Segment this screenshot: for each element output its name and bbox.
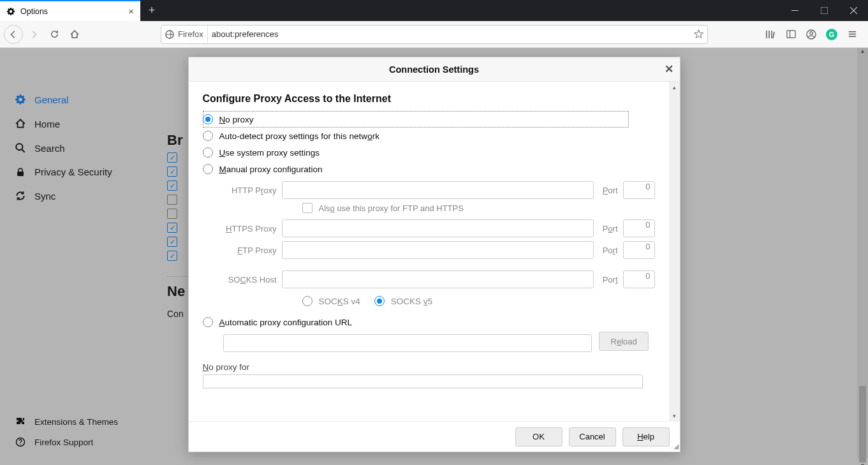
app-menu-button[interactable] (842, 25, 862, 44)
also-use-proxy-checkbox[interactable]: Also use this proxy for FTP and HTTPS (302, 203, 655, 213)
toolbar-right: G (761, 25, 864, 44)
home-button[interactable] (65, 25, 84, 44)
firefox-logo-icon (165, 30, 174, 39)
radio-icon (203, 114, 213, 124)
url-text: about:preferences (212, 29, 690, 39)
svg-rect-3 (786, 31, 795, 38)
no-proxy-for-label: No proxy for (203, 362, 655, 372)
new-tab-button[interactable]: + (140, 0, 163, 21)
socks-host-label: SOCKS Host (223, 275, 277, 284)
dialog-header: Connection Settings ✕ (189, 57, 680, 82)
radio-system-proxy[interactable]: Use system proxy settings (203, 144, 655, 161)
radio-auto-config-url[interactable]: Automatic proxy configuration URL (203, 314, 655, 330)
radio-icon (374, 296, 385, 306)
http-proxy-label: HTTP Proxy (223, 186, 277, 195)
radio-socks-v5[interactable]: SOCKS v5 (374, 296, 432, 306)
https-proxy-label: HTTPS Proxy (223, 224, 277, 233)
radio-icon (203, 131, 213, 141)
ftp-proxy-label: FTP Proxy (223, 246, 277, 255)
nav-toolbar: Firefox about:preferences G (0, 21, 868, 48)
https-proxy-input[interactable] (282, 219, 594, 237)
window-close-button[interactable] (839, 0, 868, 21)
sidebar-button[interactable] (781, 25, 800, 44)
scroll-up-icon[interactable]: ▴ (669, 82, 680, 92)
dialog-footer: OK Cancel Help ◢ (189, 421, 680, 452)
svg-rect-1 (821, 7, 828, 14)
cancel-button[interactable]: Cancel (569, 427, 616, 447)
reload-button[interactable] (45, 25, 64, 44)
scroll-down-icon[interactable]: ▾ (669, 410, 680, 421)
forward-button[interactable] (24, 25, 43, 44)
tab-options[interactable]: Options × (0, 0, 140, 21)
port-label: Port (599, 246, 618, 255)
grammarly-icon: G (826, 29, 837, 40)
ftp-proxy-input[interactable] (282, 241, 594, 259)
https-port-input[interactable]: 0 (623, 219, 655, 237)
dialog-heading: Configure Proxy Access to the Internet (203, 93, 655, 105)
radio-icon (203, 164, 213, 174)
radio-icon (203, 147, 213, 158)
radio-label: Auto-detect proxy settings for this netw… (219, 131, 379, 141)
library-button[interactable] (761, 25, 780, 44)
radio-label: No proxy (219, 115, 254, 124)
ftp-port-input[interactable]: 0 (623, 241, 655, 259)
connection-settings-dialog: Connection Settings ✕ Configure Proxy Ac… (188, 57, 680, 452)
http-proxy-input[interactable] (282, 181, 594, 199)
identity-box[interactable]: Firefox (165, 26, 208, 43)
svg-rect-0 (791, 10, 798, 11)
ok-button[interactable]: OK (515, 427, 563, 447)
bookmark-star-icon[interactable] (694, 29, 703, 39)
radio-socks-v4[interactable]: SOCKS v4 (302, 296, 360, 306)
help-button[interactable]: Help (622, 427, 670, 447)
pac-url-input[interactable] (223, 334, 592, 352)
socks-host-input[interactable] (282, 270, 594, 288)
radio-label: Automatic proxy configuration URL (219, 318, 353, 327)
grammarly-button[interactable]: G (822, 25, 841, 44)
reload-pac-button[interactable]: Reload (599, 332, 649, 351)
minimize-button[interactable] (780, 0, 809, 21)
tab-strip: Options × + (0, 0, 868, 21)
content-area: General Home Search Privacy & Security S… (0, 48, 868, 465)
radio-auto-detect[interactable]: Auto-detect proxy settings for this netw… (203, 128, 655, 144)
radio-label: Manual proxy configuration (219, 165, 323, 174)
identity-label: Firefox (178, 29, 203, 39)
dialog-close-button[interactable]: ✕ (665, 63, 673, 76)
http-port-input[interactable]: 0 (623, 181, 655, 199)
radio-icon (203, 317, 213, 327)
manual-proxy-fields: HTTP Proxy Port 0 Also use this proxy fo… (223, 181, 655, 311)
dialog-body: Configure Proxy Access to the Internet N… (189, 82, 669, 421)
radio-label: SOCKS v4 (319, 297, 360, 306)
window-controls (780, 0, 868, 21)
port-label: Port (599, 275, 618, 284)
dialog-scrollbar[interactable]: ▴ ▾ (669, 82, 680, 421)
back-button[interactable] (4, 25, 23, 44)
radio-label: SOCKS v5 (391, 297, 432, 306)
radio-label: Use system proxy settings (219, 148, 320, 158)
close-icon[interactable]: × (128, 6, 134, 17)
radio-icon (302, 296, 313, 306)
tab-title: Options (20, 7, 123, 16)
account-button[interactable] (802, 25, 821, 44)
port-label: Port (599, 224, 618, 233)
url-bar[interactable]: Firefox about:preferences (161, 25, 708, 44)
checkbox-icon (302, 203, 313, 213)
also-use-label: Also use this proxy for FTP and HTTPS (319, 203, 464, 213)
dialog-title: Connection Settings (389, 64, 479, 75)
gear-icon (6, 7, 15, 16)
maximize-button[interactable] (809, 0, 839, 21)
port-label: Port (599, 186, 618, 195)
radio-manual-proxy[interactable]: Manual proxy configuration (203, 161, 655, 177)
svg-point-6 (810, 31, 813, 34)
radio-no-proxy[interactable]: No proxy (203, 111, 629, 128)
socks-port-input[interactable]: 0 (623, 270, 655, 288)
resize-grip-icon[interactable]: ◢ (673, 442, 679, 450)
no-proxy-for-input[interactable] (203, 374, 643, 388)
